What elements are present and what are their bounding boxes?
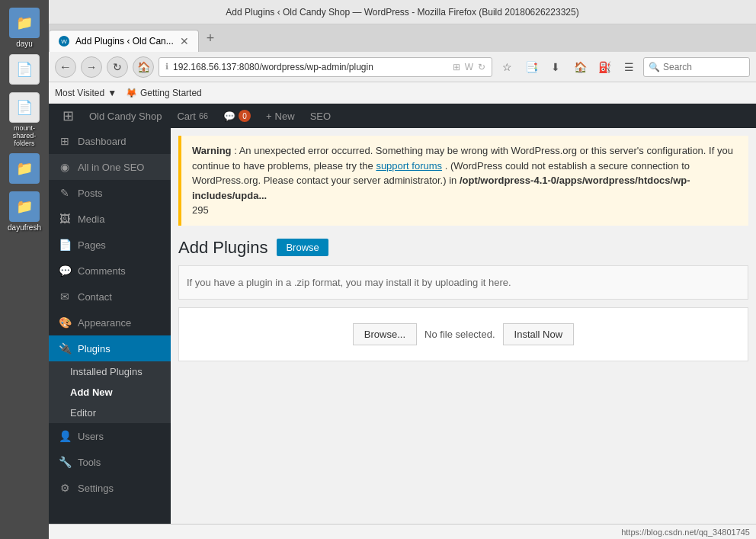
sidebar-item-comments[interactable]: 💬 Comments <box>49 258 171 284</box>
sidebar-item-contact[interactable]: ✉ Contact <box>49 284 171 310</box>
browser-toolbar-icons: ☆ 📑 ⬇ 🏠 ⛽ ☰ <box>497 57 639 77</box>
desktop-icon-folder2[interactable]: 📁 <box>9 153 40 185</box>
upload-notice-text: If you have a plugin in a .zip format, y… <box>187 277 511 288</box>
wordpress-admin: ⊞ Old Candy Shop Cart66 💬 0 + New SEO <box>49 104 756 524</box>
sidebar-item-pages[interactable]: 📄 Pages <box>49 232 171 258</box>
getting-started-label: Getting Started <box>140 88 202 98</box>
security-icon: ℹ <box>165 62 168 72</box>
browse-file-button[interactable]: Browse... <box>353 323 417 345</box>
back-button[interactable]: ← <box>55 56 76 78</box>
folder-icon: 📁 <box>9 8 40 38</box>
bookmark-star-icon[interactable]: ☆ <box>497 57 517 77</box>
most-visited-label: Most Visited <box>55 88 104 98</box>
desktop-icon-label3: mount-shared-folders <box>13 124 37 147</box>
desktop-icon-file1[interactable]: 📄 <box>9 54 40 86</box>
dashboard-icon: ⊞ <box>58 134 72 148</box>
submenu-installed-plugins[interactable]: Installed Plugins <box>49 361 171 382</box>
wp-cart-link[interactable]: Cart66 <box>169 104 216 128</box>
pocket-icon[interactable]: ⛽ <box>594 57 614 77</box>
wp-topbar: ⊞ Old Candy Shop Cart66 💬 0 + New SEO <box>49 104 756 128</box>
reader-view-icon: ⊞ <box>453 62 460 72</box>
firefox-menu-icon[interactable]: ☰ <box>619 57 639 77</box>
warning-line-number: 295 <box>192 204 209 216</box>
comments-count: 0 <box>239 110 251 122</box>
desktop-icon-mount-shared[interactable]: 📄 mount-shared-folders <box>9 92 40 147</box>
desktop-icon-dayufresh[interactable]: 📁 dayufresh <box>8 191 41 232</box>
home-icon[interactable]: 🏠 <box>570 57 590 77</box>
browser-tab-active[interactable]: W Add Plugins ‹ Old Can... ✕ <box>49 30 199 52</box>
file-icon2: 📄 <box>9 92 40 123</box>
most-visited-bookmark[interactable]: Most Visited ▼ <box>55 88 117 98</box>
wp-seo-link[interactable]: SEO <box>303 104 338 128</box>
search-input[interactable] <box>663 62 756 72</box>
comment-bubble-icon: 💬 <box>223 111 235 122</box>
folder-icon3: 📁 <box>9 191 40 222</box>
tab-favicon: W <box>59 36 69 47</box>
desktop-icon-dayu[interactable]: 📁 dayu <box>9 8 40 48</box>
sidebar-item-plugins[interactable]: 🔌 Plugins <box>49 335 171 361</box>
seo-label: SEO <box>310 111 331 122</box>
sidebar-item-tools[interactable]: 🔧 Tools <box>49 449 171 475</box>
browse-button[interactable]: Browse <box>277 239 328 256</box>
comments-icon: 💬 <box>58 264 72 278</box>
wp-sidebar: ⊞ Dashboard ◉ All in One SEO ✎ Posts 🖼 M… <box>49 128 171 524</box>
sidebar-item-aioseo[interactable]: ◉ All in One SEO <box>49 154 171 180</box>
add-new-label: Add New <box>70 387 113 398</box>
search-icon: 🔍 <box>649 62 660 72</box>
wp-new-menu[interactable]: + New <box>258 104 303 128</box>
new-tab-button[interactable]: + <box>199 26 223 51</box>
home-button[interactable]: 🏠 <box>133 56 154 78</box>
sidebar-item-posts[interactable]: ✎ Posts <box>49 180 171 206</box>
upload-row: Browse... No file selected. Install Now <box>353 323 574 345</box>
sidebar-item-label-contact: Contact <box>78 291 112 303</box>
wp-logo-button[interactable]: ⊞ <box>55 104 82 128</box>
browser-titlebar: Add Plugins ‹ Old Candy Shop — WordPress… <box>49 0 756 24</box>
tab-label: Add Plugins ‹ Old Can... <box>75 36 174 47</box>
address-bar[interactable]: ℹ 192.168.56.137:8080/wordpress/wp-admin… <box>159 57 492 77</box>
address-text: 192.168.56.137:8080/wordpress/wp-admin/p… <box>173 62 448 72</box>
settings-icon: ⚙ <box>58 481 72 495</box>
sidebar-item-label-pages: Pages <box>78 239 106 251</box>
sidebar-item-label-appearance: Appearance <box>78 317 131 329</box>
wp-comments-link[interactable]: 💬 0 <box>216 104 258 128</box>
sidebar-item-label-tools: Tools <box>78 457 101 468</box>
tools-icon: 🔧 <box>58 455 72 469</box>
upload-notice: If you have a plugin in a .zip format, y… <box>178 265 748 300</box>
reload-button[interactable]: ↻ <box>107 56 128 78</box>
tab-close-button[interactable]: ✕ <box>180 35 189 47</box>
plugins-submenu: Installed Plugins Add New Editor <box>49 361 171 423</box>
refresh-icon: ↻ <box>478 62 485 72</box>
wp-main-content: Warning : An unexpected error occurred. … <box>171 128 756 524</box>
wp-icon: W <box>465 62 473 72</box>
submenu-editor[interactable]: Editor <box>49 403 171 423</box>
warning-notice: Warning : An unexpected error occurred. … <box>178 136 748 226</box>
wp-body: ⊞ Dashboard ◉ All in One SEO ✎ Posts 🖼 M… <box>49 128 756 524</box>
aioseo-icon: ◉ <box>58 160 72 174</box>
appearance-icon: 🎨 <box>58 316 72 329</box>
pages-icon: 📄 <box>58 238 72 252</box>
browser-search-bar[interactable]: 🔍 <box>643 57 750 77</box>
bookmark-list-icon[interactable]: 📑 <box>521 57 541 77</box>
install-now-button[interactable]: Install Now <box>503 323 575 345</box>
add-plugins-header: Add Plugins Browse <box>171 226 756 265</box>
download-icon[interactable]: ⬇ <box>546 57 565 77</box>
sidebar-item-appearance[interactable]: 🎨 Appearance <box>49 310 171 335</box>
sidebar-item-label-posts: Posts <box>78 188 103 199</box>
support-forums-link[interactable]: support forums <box>376 160 442 172</box>
sidebar-item-dashboard[interactable]: ⊞ Dashboard <box>49 128 171 154</box>
sidebar-item-settings[interactable]: ⚙ Settings <box>49 475 171 501</box>
page-title: Add Plugins <box>178 238 267 258</box>
sidebar-item-users[interactable]: 👤 Users <box>49 423 171 449</box>
submenu-add-new[interactable]: Add New <box>49 382 171 403</box>
sidebar-item-media[interactable]: 🖼 Media <box>49 206 171 232</box>
forward-button[interactable]: → <box>81 56 102 78</box>
wp-site-name[interactable]: Old Candy Shop <box>82 104 169 128</box>
editor-label: Editor <box>70 407 96 419</box>
sidebar-item-label-settings: Settings <box>78 483 114 494</box>
desktop-icon-bar: 📁 dayu 📄 📄 mount-shared-folders 📁 📁 dayu… <box>0 0 49 539</box>
contact-icon: ✉ <box>58 290 72 303</box>
media-icon: 🖼 <box>58 212 72 226</box>
new-label: New <box>275 111 295 122</box>
getting-started-bookmark[interactable]: 🦊 Getting Started <box>126 88 202 98</box>
browser-title-text: Add Plugins ‹ Old Candy Shop — WordPress… <box>226 7 578 18</box>
